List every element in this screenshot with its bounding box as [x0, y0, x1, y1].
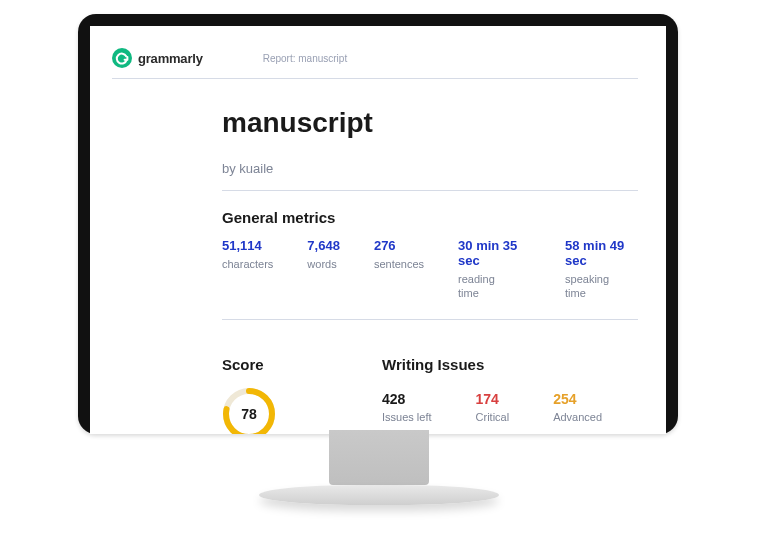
metric-label: sentences: [374, 257, 424, 271]
monitor-stand-base: [259, 485, 499, 505]
writing-issues-section: Writing Issues 428 Issues left 174 Criti…: [382, 338, 638, 434]
score-value: 78: [222, 387, 276, 434]
monitor-frame: grammarly Report: manuscript manuscript …: [78, 14, 678, 434]
issues-critical: 174 Critical: [476, 391, 510, 423]
document-title: manuscript: [222, 107, 638, 139]
metric-sentences: 276 sentences: [374, 238, 424, 301]
issues-row: 428 Issues left 174 Critical 254 Advance…: [382, 391, 638, 423]
brand-name: grammarly: [138, 51, 203, 66]
metric-speaking-time: 58 min 49 sec speaking time: [565, 238, 638, 301]
general-metrics: 51,114 characters 7,648 words 276 senten…: [222, 238, 638, 320]
metric-label: words: [307, 257, 340, 271]
score-heading: Score: [222, 356, 382, 373]
score-ring: 78: [222, 387, 382, 434]
metric-value: 7,648: [307, 238, 340, 253]
issues-advanced: 254 Advanced: [553, 391, 602, 423]
byline: by kuaile: [222, 161, 638, 191]
issue-value: 254: [553, 391, 602, 407]
issue-label: Issues left: [382, 411, 432, 423]
metric-value: 276: [374, 238, 424, 253]
metric-value: 30 min 35 sec: [458, 238, 531, 268]
score-issues-row: Score 78: [222, 338, 638, 434]
issue-value: 174: [476, 391, 510, 407]
metric-label: characters: [222, 257, 273, 271]
issues-heading: Writing Issues: [382, 356, 638, 373]
metric-value: 51,114: [222, 238, 273, 253]
brand-logo[interactable]: grammarly: [112, 48, 203, 68]
metric-value: 58 min 49 sec: [565, 238, 638, 268]
report-page: grammarly Report: manuscript manuscript …: [90, 26, 666, 434]
issue-value: 428: [382, 391, 432, 407]
screen: grammarly Report: manuscript manuscript …: [90, 26, 666, 434]
metric-label: reading time: [458, 272, 531, 301]
metrics-heading: General metrics: [222, 209, 638, 226]
grammarly-icon: [112, 48, 132, 68]
report-content: manuscript by kuaile General metrics 51,…: [112, 107, 638, 434]
issues-left: 428 Issues left: [382, 391, 432, 423]
header: grammarly Report: manuscript: [112, 48, 638, 79]
metric-characters: 51,114 characters: [222, 238, 273, 301]
issue-label: Advanced: [553, 411, 602, 423]
monitor-stand-neck: [329, 430, 429, 485]
metric-words: 7,648 words: [307, 238, 340, 301]
breadcrumb: Report: manuscript: [263, 53, 347, 64]
svg-point-0: [112, 48, 132, 68]
metric-reading-time: 30 min 35 sec reading time: [458, 238, 531, 301]
issue-label: Critical: [476, 411, 510, 423]
metric-label: speaking time: [565, 272, 638, 301]
score-section: Score 78: [222, 338, 382, 434]
